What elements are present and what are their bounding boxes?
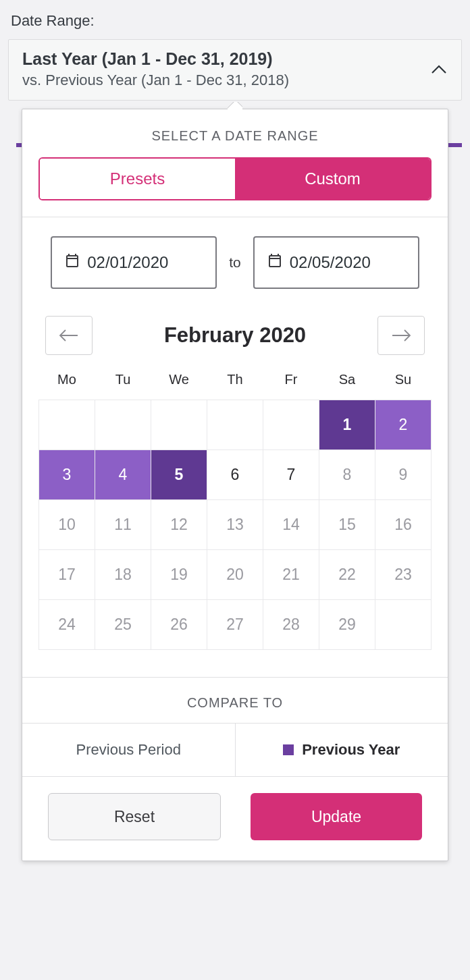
weekday-header: We [151, 371, 207, 400]
date-range-label: Date Range: [11, 12, 462, 30]
update-button[interactable]: Update [251, 793, 422, 840]
calendar-day [95, 400, 151, 450]
calendar-day[interactable]: 25 [95, 600, 151, 650]
compare-previous-period-label: Previous Period [76, 741, 181, 759]
calendar-day[interactable]: 8 [319, 450, 375, 500]
tab-presets[interactable]: Presets [40, 159, 235, 199]
compare-previous-period[interactable]: Previous Period [22, 724, 235, 776]
prev-month-button[interactable] [45, 316, 93, 355]
compare-previous-year[interactable]: Previous Year [235, 724, 448, 776]
calendar-day[interactable]: 24 [39, 600, 95, 650]
calendar-day[interactable]: 6 [207, 450, 263, 500]
start-date-input[interactable]: 02/01/2020 [51, 236, 217, 289]
calendar-day[interactable]: 27 [207, 600, 263, 650]
weekday-header: Sa [319, 371, 375, 400]
end-date-value: 02/05/2020 [290, 253, 371, 272]
compare-swatch-icon [283, 744, 294, 755]
date-separator: to [229, 254, 241, 271]
calendar-day[interactable]: 5 [151, 450, 207, 500]
date-range-dropdown: SELECT A DATE RANGE Presets Custom 02/01… [22, 109, 448, 861]
calendar-day[interactable]: 26 [151, 600, 207, 650]
tab-segmented-control: Presets Custom [38, 157, 432, 200]
calendar-day[interactable]: 7 [263, 450, 319, 500]
calendar-day [151, 400, 207, 450]
calendar-day[interactable]: 20 [207, 550, 263, 600]
dropdown-title: SELECT A DATE RANGE [38, 128, 432, 144]
weekday-header: Th [207, 371, 263, 400]
calendar-icon [267, 252, 283, 273]
calendar-day[interactable]: 23 [375, 550, 432, 600]
start-date-value: 02/01/2020 [87, 253, 168, 272]
calendar-day[interactable]: 9 [375, 450, 432, 500]
calendar-day[interactable]: 19 [151, 550, 207, 600]
calendar-day[interactable]: 13 [207, 500, 263, 550]
end-date-input[interactable]: 02/05/2020 [253, 236, 419, 289]
calendar-day[interactable]: 15 [319, 500, 375, 550]
calendar-day [263, 400, 319, 450]
dropdown-caret-icon [228, 102, 242, 109]
calendar-icon [64, 252, 80, 273]
date-range-header[interactable]: Last Year (Jan 1 - Dec 31, 2019) vs. Pre… [8, 39, 462, 101]
calendar-day[interactable]: 28 [263, 600, 319, 650]
calendar-day[interactable]: 14 [263, 500, 319, 550]
calendar-day[interactable]: 17 [39, 550, 95, 600]
calendar-day[interactable]: 21 [263, 550, 319, 600]
calendar-day [39, 400, 95, 450]
weekday-header: Mo [39, 371, 95, 400]
calendar-grid: MoTuWeThFrSaSu 1234567891011121314151617… [38, 371, 432, 650]
calendar-day [207, 400, 263, 450]
compare-previous-year-label: Previous Year [302, 741, 400, 759]
reset-button[interactable]: Reset [48, 793, 221, 840]
calendar-day[interactable]: 22 [319, 550, 375, 600]
compare-to-label: COMPARE TO [22, 677, 448, 723]
calendar-day[interactable]: 4 [95, 450, 151, 500]
calendar-day[interactable]: 18 [95, 550, 151, 600]
weekday-header: Tu [95, 371, 151, 400]
calendar-day[interactable]: 10 [39, 500, 95, 550]
month-label: February 2020 [164, 323, 306, 348]
chevron-up-icon[interactable] [430, 61, 448, 78]
weekday-header: Fr [263, 371, 319, 400]
calendar-day[interactable]: 2 [375, 400, 432, 450]
selected-range-primary: Last Year (Jan 1 - Dec 31, 2019) [22, 49, 289, 69]
calendar-day[interactable]: 1 [319, 400, 375, 450]
tab-custom[interactable]: Custom [235, 159, 430, 199]
calendar-day[interactable]: 3 [39, 450, 95, 500]
calendar-day[interactable]: 11 [95, 500, 151, 550]
calendar-day[interactable]: 16 [375, 500, 432, 550]
calendar-day[interactable]: 29 [319, 600, 375, 650]
weekday-header: Su [375, 371, 432, 400]
selected-range-compare: vs. Previous Year (Jan 1 - Dec 31, 2018) [22, 72, 289, 89]
calendar-day[interactable]: 12 [151, 500, 207, 550]
next-month-button[interactable] [377, 316, 425, 355]
calendar-day [375, 600, 432, 650]
